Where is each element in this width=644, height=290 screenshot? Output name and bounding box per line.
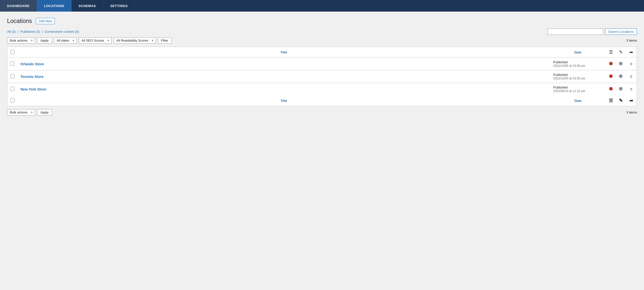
footer-checkbox-cell [7,95,18,106]
row-date-cell: Published 2022/10/05 at 10:38 am [550,58,606,70]
row-read-cell-1 [616,70,626,83]
sep1: | [18,30,18,34]
row-checkbox-1[interactable] [10,74,14,78]
table-row: New York Store Published 2022/06/14 at 1… [7,83,637,96]
header-title-cell: Title [17,47,550,58]
seo-dot-0 [609,62,613,65]
header-readability-cell: ✎ [616,47,626,58]
row-links-cell-0: 0 [626,58,637,70]
header-links-cell: ➦ [626,47,637,58]
footer-seo-icon: ☰ [609,98,613,103]
top-navigation: DASHBOARD LOCATIONS SCHEMAS SETTINGS [0,0,644,12]
all-dates-wrapper: All dates ▼ [54,37,77,44]
row-checkbox-2[interactable] [10,87,14,91]
search-input[interactable] [548,28,603,35]
bulk-actions-bottom-select[interactable]: Bulk actions [7,109,35,115]
add-new-button[interactable]: Add New [36,18,55,24]
bottom-bar: Bulk actions ▼ Apply 3 items [7,109,637,115]
filter-cornerstone-link[interactable]: Cornerstone content (0) [44,30,79,34]
search-area: Search Locations [548,28,637,35]
links-icon: ➦ [629,49,633,55]
row-status-2: Published [553,85,603,89]
filter-bar-top: All (3) | Published (3) | Cornerstone co… [7,28,637,35]
seo-dot-2 [609,87,613,91]
all-seo-wrapper: All SEO Scores ▼ [79,37,112,44]
row-date-1: 2022/10/05 at 10:35 am [553,77,603,80]
apply-button-bottom[interactable]: Apply [37,109,52,115]
table-row: Toronto Store Published 2022/10/05 at 10… [7,70,637,83]
read-dot-0 [619,62,623,65]
row-seo-cell-0 [606,58,616,70]
row-checkbox-cell [7,58,18,70]
footer-seo-cell: ☰ [606,95,616,106]
bottom-left: Bulk actions ▼ Apply [7,109,52,115]
item-count-top: 3 items [626,39,637,42]
row-title-cell: Toronto Store [17,70,550,83]
item-count-bottom: 3 items [626,110,637,114]
row-read-cell-0 [616,58,626,70]
row-links-cell-1: 0 [626,70,637,83]
footer-title-sort-link[interactable]: Title [281,99,287,103]
select-all-checkbox[interactable] [10,50,14,54]
locations-table: Title Date ☰ ✎ [7,47,637,106]
seo-dot-1 [609,74,613,78]
row-checkbox-0[interactable] [10,62,14,66]
row-seo-cell-2 [606,83,616,96]
row-title-link-2[interactable]: New York Store [20,87,46,91]
row-date-0: 2022/10/05 at 10:38 am [553,64,603,68]
footer-date-cell: Date [550,95,606,106]
filter-published-link[interactable]: Published (3) [20,30,41,34]
read-dot-2 [619,87,623,91]
row-title-cell: New York Store [17,83,550,96]
row-date-cell: Published 2022/06/14 at 11:12 am [550,83,606,96]
row-read-cell-2 [616,83,626,96]
readability-icon: ✎ [619,49,623,55]
row-title-link-1[interactable]: Toronto Store [20,75,44,79]
row-date-2: 2022/06/14 at 11:12 am [553,89,603,93]
table-footer-row: Title Date ☰ ✎ ➦ [7,95,637,106]
row-title-link-0[interactable]: Orlando Store [20,62,44,66]
all-seo-select[interactable]: All SEO Scores [79,37,112,44]
apply-button-top[interactable]: Apply [37,37,52,44]
bulk-actions-select[interactable]: Bulk actions [7,37,35,44]
footer-links-cell: ➦ [626,95,637,106]
nav-locations[interactable]: LOCATIONS [37,0,71,12]
bulk-actions-wrapper: Bulk actions ▼ [7,37,35,44]
filter-button[interactable]: Filter [158,37,172,44]
all-dates-select[interactable]: All dates [54,37,77,44]
footer-date-sort-link[interactable]: Date [574,99,581,103]
all-readability-wrapper: All Readability Scores ▼ [114,37,156,44]
footer-title-cell: Title [17,95,550,106]
footer-readability-cell: ✎ [616,95,626,106]
row-checkbox-cell [7,83,18,96]
read-dot-1 [619,74,623,78]
row-title-cell: Orlando Store [17,58,550,70]
page-header: Locations Add New [7,18,637,24]
bulk-actions-bottom-wrapper: Bulk actions ▼ [7,109,35,115]
all-readability-select[interactable]: All Readability Scores [114,37,156,44]
row-seo-cell-1 [606,70,616,83]
nav-settings[interactable]: SETTINGS [103,0,135,12]
select-all-footer-checkbox[interactable] [10,98,14,102]
seo-score-icon: ☰ [609,49,613,55]
nav-dashboard[interactable]: DASHBOARD [0,0,37,12]
nav-schemas[interactable]: SCHEMAS [71,0,103,12]
page-title: Locations [7,18,32,24]
row-status-1: Published [553,73,603,77]
footer-readability-icon: ✎ [619,98,623,103]
date-sort-link[interactable]: Date [574,50,581,54]
footer-links-icon: ➦ [629,98,633,103]
table-row: Orlando Store Published 2022/10/05 at 10… [7,58,637,70]
main-content: Locations Add New All (3) | Published (3… [0,12,644,122]
sep2: | [42,30,42,34]
header-checkbox-cell [7,47,18,58]
title-sort-link[interactable]: Title [281,50,287,54]
header-seo-cell: ☰ [606,47,616,58]
filter-links: All (3) | Published (3) | Cornerstone co… [7,30,79,34]
row-date-cell: Published 2022/10/05 at 10:35 am [550,70,606,83]
table-header-row: Title Date ☰ ✎ [7,47,637,58]
row-checkbox-cell [7,70,18,83]
search-button[interactable]: Search Locations [605,28,637,35]
header-date-cell: Date [550,47,606,58]
filter-all-link[interactable]: All (3) [7,30,17,34]
